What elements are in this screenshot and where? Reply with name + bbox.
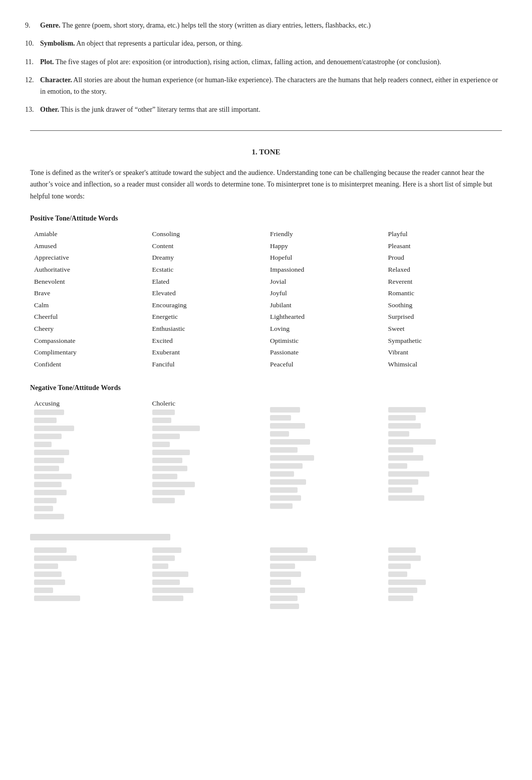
list-item-13: 13. Other. This is the junk drawer of “o… <box>30 104 502 115</box>
accusing-label: Accusing <box>34 398 144 410</box>
bottom-section-header-blurred <box>30 534 170 540</box>
section-divider <box>30 130 502 131</box>
section-title: 1. TONE <box>30 146 502 158</box>
bottom-col-1 <box>30 547 148 612</box>
positive-tone-columns: Amiable Amused Appreciative Authoritativ… <box>30 228 502 370</box>
list-item-10: 10. Symbolism. An object that represents… <box>30 38 502 49</box>
list-item-10-text: Symbolism. An object that represents a p… <box>40 40 242 47</box>
list-item-9-text: Genre. The genre (poem, short story, dra… <box>40 22 371 29</box>
negative-col-2: Choleric <box>148 398 267 522</box>
negative-heading: Negative Tone/Attitude Words <box>30 382 502 394</box>
positive-col-4: Playful Pleasant Proud Relaxed Reverent … <box>384 228 502 370</box>
negative-col-4 <box>384 398 502 522</box>
negative-col-3 <box>266 398 384 522</box>
bottom-col-2 <box>148 547 267 612</box>
list-item-9: 9. Genre. The genre (poem, short story, … <box>30 20 502 31</box>
positive-col-1: Amiable Amused Appreciative Authoritativ… <box>30 228 148 370</box>
positive-heading: Positive Tone/Attitude Words <box>30 213 502 224</box>
list-item-11: 11. Plot. The five stages of plot are: e… <box>30 57 502 68</box>
positive-col-2: Consoling Content Dreamy Ecstatic Elated… <box>148 228 267 370</box>
bottom-col-3 <box>266 547 384 612</box>
intro-text: Tone is defined as the writer's or speak… <box>30 167 502 202</box>
numbered-list: 9. Genre. The genre (poem, short story, … <box>30 20 502 115</box>
positive-col-3: Friendly Happy Hopeful Impassioned Jovia… <box>266 228 384 370</box>
negative-col-1: Accusing <box>30 398 148 522</box>
list-item-12-text: Character. All stories are about the hum… <box>40 76 498 95</box>
bottom-tone-columns <box>30 547 502 612</box>
bottom-section <box>30 534 502 612</box>
negative-tone-columns: Accusing Choleric <box>30 398 502 522</box>
list-item-13-text: Other. This is the junk drawer of “other… <box>40 106 260 113</box>
choleric-label: Choleric <box>152 398 262 410</box>
bottom-col-4 <box>384 547 502 612</box>
list-item-11-text: Plot. The five stages of plot are: expos… <box>40 58 441 66</box>
list-item-12: 12. Character. All stories are about the… <box>30 75 502 97</box>
